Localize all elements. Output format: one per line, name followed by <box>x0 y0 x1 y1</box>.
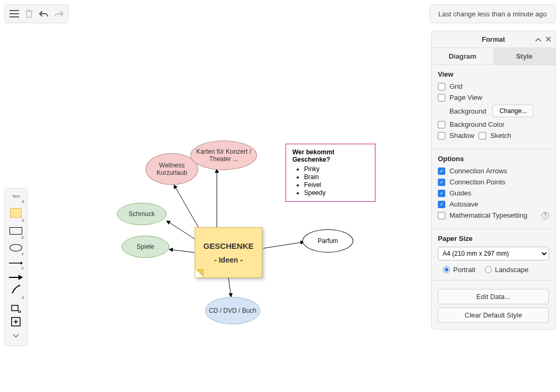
label-sketch: Sketch <box>490 132 511 139</box>
label-conn-arrows: Connection Arrows <box>449 167 507 175</box>
list-item: Pinky <box>304 165 369 173</box>
node-label: Schmuck <box>128 210 154 218</box>
note-title: GESCHENKE <box>203 241 253 250</box>
svg-line-9 <box>228 278 231 297</box>
textbox-header: Wer bekommt Geschenke? <box>292 148 369 163</box>
paper-size-select[interactable]: A4 (210 mm x 297 mm) <box>438 247 549 260</box>
label-math: Mathematical Typesetting <box>449 211 527 219</box>
section-title: Options <box>438 155 549 163</box>
edit-data-button[interactable]: Edit Data... <box>438 289 549 304</box>
section-options: Options Connection Arrows Connection Poi… <box>432 150 555 229</box>
label-pageview: Page View <box>449 94 482 101</box>
help-icon[interactable]: ? <box>541 212 549 219</box>
format-tabs: Diagram Style <box>432 48 555 65</box>
section-paper: Paper Size A4 (210 mm x 297 mm) Portrait… <box>432 229 555 281</box>
radio-landscape[interactable] <box>485 266 492 273</box>
section-actions: Edit Data... Clear Default Style <box>432 281 555 329</box>
checkbox-pageview[interactable] <box>438 94 445 101</box>
label-background: Background <box>449 107 486 115</box>
node-label: Parfum <box>318 237 338 245</box>
note-subtitle: - Ideen - <box>214 256 243 264</box>
node-karten[interactable]: Karten für Konzert / Theater ... <box>190 141 257 170</box>
node-center-note[interactable]: GESCHENKE - Ideen - <box>195 227 262 278</box>
node-spiele[interactable]: Spiele <box>122 236 169 258</box>
node-wellness[interactable]: Wellness Kurzurlaub <box>145 153 198 185</box>
collapse-button[interactable] <box>535 35 541 43</box>
format-panel: Format Diagram Style View Grid Page View… <box>431 31 556 330</box>
svg-line-6 <box>167 221 195 239</box>
section-title: View <box>438 70 549 78</box>
radio-portrait[interactable] <box>443 266 450 273</box>
clear-style-button[interactable]: Clear Default Style <box>438 307 549 323</box>
node-schmuck[interactable]: Schmuck <box>117 203 167 225</box>
change-background-button[interactable]: Change... <box>492 105 534 117</box>
checkbox-autosave[interactable] <box>438 201 445 208</box>
node-cd[interactable]: CD / DVD / Buch <box>205 297 260 324</box>
format-header: Format <box>432 31 555 48</box>
checkbox-sketch[interactable] <box>479 132 486 139</box>
checkbox-math[interactable] <box>438 212 445 219</box>
textbox-recipients[interactable]: Wer bekommt Geschenke? Pinky Brain Feive… <box>286 144 375 202</box>
section-title: Paper Size <box>438 235 549 242</box>
checkbox-guides[interactable] <box>438 190 445 197</box>
textbox-list: Pinky Brain Feivel Speedy <box>292 165 369 197</box>
checkbox-conn-points[interactable] <box>438 179 445 186</box>
checkbox-shadow[interactable] <box>438 132 445 139</box>
label-grid: Grid <box>449 82 463 90</box>
list-item: Brain <box>304 173 369 181</box>
node-parfum[interactable]: Parfum <box>302 229 353 253</box>
label-conn-points: Connection Points <box>449 178 506 186</box>
node-label: Wellness Kurzurlaub <box>148 162 196 176</box>
svg-line-4 <box>174 185 200 230</box>
svg-line-7 <box>169 249 195 253</box>
node-label: CD / DVD / Buch <box>209 307 256 314</box>
checkbox-conn-arrows[interactable] <box>438 167 445 175</box>
label-guides: Guides <box>449 189 471 197</box>
checkbox-bgcolor[interactable] <box>438 121 445 128</box>
close-icon <box>546 36 551 42</box>
label-landscape: Landscape <box>495 266 529 274</box>
svg-line-8 <box>263 242 304 248</box>
chevron-up-icon <box>535 38 541 42</box>
close-button[interactable] <box>546 35 551 43</box>
label-bgcolor: Background Color <box>449 120 504 128</box>
tab-style[interactable]: Style <box>493 48 555 64</box>
label-autosave: Autosave <box>449 200 478 208</box>
tab-diagram[interactable]: Diagram <box>432 48 493 64</box>
label-shadow: Shadow <box>449 132 474 139</box>
label-portrait: Portrait <box>453 266 475 274</box>
section-view: View Grid Page View BackgroundChange... … <box>432 65 555 150</box>
checkbox-grid[interactable] <box>438 83 445 90</box>
list-item: Feivel <box>304 181 369 189</box>
note-fold-bg <box>195 269 204 277</box>
list-item: Speedy <box>304 189 369 197</box>
node-label: Karten für Konzert / Theater ... <box>193 148 254 163</box>
node-label: Spiele <box>136 243 154 250</box>
format-title: Format <box>482 35 505 43</box>
